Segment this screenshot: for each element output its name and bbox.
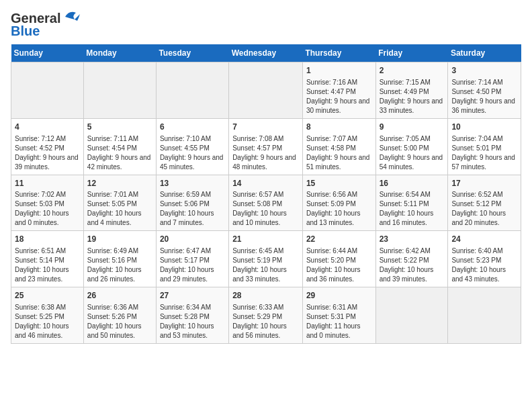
day-number: 10 [451, 122, 517, 133]
day-number: 8 [306, 122, 372, 133]
day-cell: 19Sunrise: 6:49 AM Sunset: 5:16 PM Dayli… [83, 231, 156, 287]
day-info: Sunrise: 6:42 AM Sunset: 5:22 PM Dayligh… [380, 246, 445, 284]
week-row-1: 1Sunrise: 7:16 AM Sunset: 4:47 PM Daylig… [11, 62, 521, 119]
col-header-monday: Monday [83, 44, 156, 62]
day-info: Sunrise: 6:52 AM Sunset: 5:12 PM Dayligh… [451, 190, 517, 228]
day-cell: 23Sunrise: 6:42 AM Sunset: 5:22 PM Dayli… [375, 231, 448, 287]
day-cell [375, 287, 448, 344]
day-cell: 27Sunrise: 6:34 AM Sunset: 5:28 PM Dayli… [156, 287, 228, 344]
day-number: 18 [15, 234, 80, 245]
day-info: Sunrise: 7:07 AM Sunset: 4:58 PM Dayligh… [306, 134, 372, 172]
col-header-tuesday: Tuesday [156, 44, 228, 62]
day-cell: 13Sunrise: 6:59 AM Sunset: 5:06 PM Dayli… [156, 175, 228, 231]
day-cell: 5Sunrise: 7:11 AM Sunset: 4:54 PM Daylig… [83, 118, 156, 175]
day-info: Sunrise: 7:05 AM Sunset: 5:00 PM Dayligh… [380, 134, 445, 172]
day-number: 27 [160, 290, 225, 302]
header-area: General Blue [11, 11, 521, 39]
calendar-table: SundayMondayTuesdayWednesdayThursdayFrid… [11, 44, 521, 344]
day-cell: 14Sunrise: 6:57 AM Sunset: 5:08 PM Dayli… [229, 175, 303, 231]
day-info: Sunrise: 6:49 AM Sunset: 5:16 PM Dayligh… [87, 246, 152, 284]
day-number: 13 [160, 178, 225, 189]
day-cell: 1Sunrise: 7:16 AM Sunset: 4:47 PM Daylig… [302, 62, 375, 119]
day-info: Sunrise: 6:54 AM Sunset: 5:11 PM Dayligh… [380, 190, 445, 228]
day-cell [229, 62, 303, 119]
day-cell: 16Sunrise: 6:54 AM Sunset: 5:11 PM Dayli… [375, 175, 448, 231]
day-cell: 18Sunrise: 6:51 AM Sunset: 5:14 PM Dayli… [11, 231, 84, 287]
day-info: Sunrise: 6:56 AM Sunset: 5:09 PM Dayligh… [306, 190, 372, 228]
day-info: Sunrise: 6:59 AM Sunset: 5:06 PM Dayligh… [160, 190, 225, 228]
day-number: 21 [232, 234, 299, 245]
day-info: Sunrise: 6:40 AM Sunset: 5:23 PM Dayligh… [451, 246, 517, 284]
logo: General Blue [11, 11, 81, 39]
day-number: 6 [160, 122, 225, 133]
week-row-2: 4Sunrise: 7:12 AM Sunset: 4:52 PM Daylig… [11, 118, 521, 175]
day-number: 2 [380, 65, 445, 77]
day-number: 28 [232, 290, 299, 302]
logo-blue-text: Blue [11, 24, 40, 39]
day-number: 5 [87, 122, 152, 133]
day-number: 20 [160, 234, 225, 245]
day-cell: 6Sunrise: 7:10 AM Sunset: 4:55 PM Daylig… [156, 118, 228, 175]
day-info: Sunrise: 6:45 AM Sunset: 5:19 PM Dayligh… [232, 246, 299, 284]
day-number: 12 [87, 178, 152, 189]
day-cell: 22Sunrise: 6:44 AM Sunset: 5:20 PM Dayli… [302, 231, 375, 287]
day-number: 15 [306, 178, 372, 189]
day-number: 9 [380, 122, 445, 133]
day-number: 22 [306, 234, 372, 245]
day-cell: 7Sunrise: 7:08 AM Sunset: 4:57 PM Daylig… [229, 118, 303, 175]
day-number: 29 [306, 290, 372, 302]
day-number: 17 [451, 178, 517, 189]
day-number: 7 [232, 122, 299, 133]
day-cell: 11Sunrise: 7:02 AM Sunset: 5:03 PM Dayli… [11, 175, 84, 231]
day-number: 19 [87, 234, 152, 245]
day-cell: 8Sunrise: 7:07 AM Sunset: 4:58 PM Daylig… [302, 118, 375, 175]
day-cell: 26Sunrise: 6:36 AM Sunset: 5:26 PM Dayli… [83, 287, 156, 344]
logo-bird-icon [62, 10, 81, 24]
day-cell: 25Sunrise: 6:38 AM Sunset: 5:25 PM Dayli… [11, 287, 84, 344]
day-cell: 15Sunrise: 6:56 AM Sunset: 5:09 PM Dayli… [302, 175, 375, 231]
day-info: Sunrise: 7:04 AM Sunset: 5:01 PM Dayligh… [451, 134, 517, 172]
day-number: 24 [451, 234, 517, 245]
day-cell [83, 62, 156, 119]
day-cell: 10Sunrise: 7:04 AM Sunset: 5:01 PM Dayli… [448, 118, 521, 175]
day-info: Sunrise: 6:31 AM Sunset: 5:31 PM Dayligh… [306, 303, 372, 340]
day-number: 3 [451, 65, 517, 77]
col-header-friday: Friday [375, 44, 448, 62]
day-cell: 4Sunrise: 7:12 AM Sunset: 4:52 PM Daylig… [11, 118, 84, 175]
day-number: 4 [15, 122, 80, 133]
day-number: 1 [306, 65, 372, 77]
day-cell: 24Sunrise: 6:40 AM Sunset: 5:23 PM Dayli… [448, 231, 521, 287]
day-cell: 20Sunrise: 6:47 AM Sunset: 5:17 PM Dayli… [156, 231, 228, 287]
day-info: Sunrise: 7:01 AM Sunset: 5:05 PM Dayligh… [87, 190, 152, 228]
day-info: Sunrise: 7:11 AM Sunset: 4:54 PM Dayligh… [87, 134, 152, 172]
day-info: Sunrise: 6:36 AM Sunset: 5:26 PM Dayligh… [87, 303, 152, 340]
col-header-wednesday: Wednesday [229, 44, 303, 62]
day-info: Sunrise: 7:08 AM Sunset: 4:57 PM Dayligh… [232, 134, 299, 172]
day-info: Sunrise: 7:12 AM Sunset: 4:52 PM Dayligh… [15, 134, 80, 172]
week-row-4: 18Sunrise: 6:51 AM Sunset: 5:14 PM Dayli… [11, 231, 521, 287]
calendar-header-row: SundayMondayTuesdayWednesdayThursdayFrid… [11, 44, 521, 62]
day-number: 11 [15, 178, 80, 189]
day-cell [156, 62, 228, 119]
day-cell [11, 62, 84, 119]
day-cell: 12Sunrise: 7:01 AM Sunset: 5:05 PM Dayli… [83, 175, 156, 231]
day-info: Sunrise: 6:34 AM Sunset: 5:28 PM Dayligh… [160, 303, 225, 340]
day-cell: 17Sunrise: 6:52 AM Sunset: 5:12 PM Dayli… [448, 175, 521, 231]
week-row-3: 11Sunrise: 7:02 AM Sunset: 5:03 PM Dayli… [11, 175, 521, 231]
day-number: 26 [87, 290, 152, 302]
day-info: Sunrise: 6:33 AM Sunset: 5:29 PM Dayligh… [232, 303, 299, 340]
day-info: Sunrise: 7:15 AM Sunset: 4:49 PM Dayligh… [380, 78, 445, 116]
day-cell: 2Sunrise: 7:15 AM Sunset: 4:49 PM Daylig… [375, 62, 448, 119]
day-number: 14 [232, 178, 299, 189]
day-number: 25 [15, 290, 80, 302]
day-cell: 28Sunrise: 6:33 AM Sunset: 5:29 PM Dayli… [229, 287, 303, 344]
col-header-thursday: Thursday [302, 44, 375, 62]
col-header-sunday: Sunday [11, 44, 84, 62]
day-info: Sunrise: 6:51 AM Sunset: 5:14 PM Dayligh… [15, 246, 80, 284]
day-number: 16 [380, 178, 445, 189]
day-info: Sunrise: 6:44 AM Sunset: 5:20 PM Dayligh… [306, 246, 372, 284]
day-number: 23 [380, 234, 445, 245]
day-info: Sunrise: 6:47 AM Sunset: 5:17 PM Dayligh… [160, 246, 225, 284]
col-header-saturday: Saturday [448, 44, 521, 62]
week-row-5: 25Sunrise: 6:38 AM Sunset: 5:25 PM Dayli… [11, 287, 521, 344]
